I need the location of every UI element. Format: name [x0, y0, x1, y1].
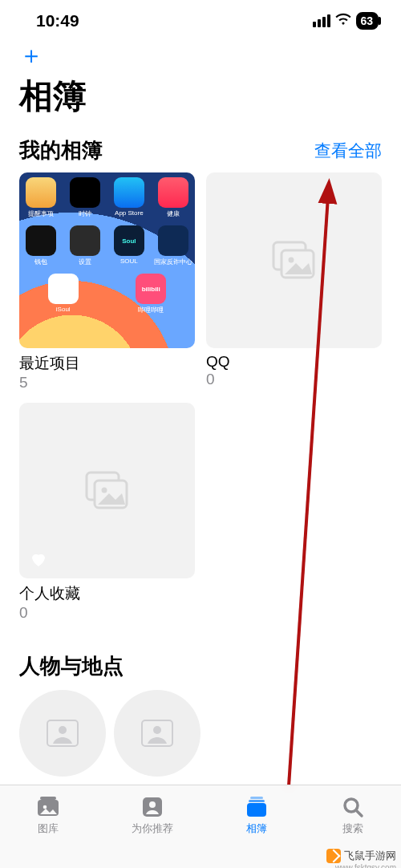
- cellular-icon: [313, 14, 330, 27]
- album-count: 0: [19, 604, 195, 622]
- album-thumb-empty: [19, 403, 195, 578]
- empty-photos-icon: [272, 241, 317, 281]
- watermark: 飞鼠手游网 www.fsktgsy.com: [326, 849, 396, 863]
- wifi-icon: [335, 13, 351, 29]
- for-you-icon: [140, 795, 165, 819]
- svg-point-7: [59, 726, 67, 734]
- tab-library[interactable]: 图库: [35, 795, 61, 836]
- header: ＋ 相簿: [0, 39, 401, 125]
- svg-line-20: [356, 810, 362, 816]
- album-item-qq[interactable]: QQ 0: [206, 172, 382, 391]
- svg-point-2: [288, 257, 294, 262]
- library-icon: [35, 795, 61, 819]
- svg-rect-12: [40, 797, 56, 800]
- heart-icon: [29, 550, 48, 569]
- tab-label: 搜索: [342, 821, 363, 836]
- album-count: 0: [206, 371, 382, 388]
- svg-point-9: [153, 726, 161, 734]
- people-circle[interactable]: [19, 690, 106, 777]
- tab-search[interactable]: 搜索: [340, 795, 366, 836]
- section-title-my-albums: 我的相簿: [19, 136, 103, 164]
- tab-label: 相簿: [246, 821, 267, 836]
- svg-point-13: [43, 805, 47, 809]
- svg-point-15: [149, 801, 156, 808]
- battery-icon: 63: [356, 12, 379, 30]
- tab-label: 为你推荐: [132, 821, 173, 836]
- album-label: 最近项目: [19, 353, 195, 374]
- album-item-favorites[interactable]: 个人收藏 0: [19, 403, 195, 622]
- see-all-link[interactable]: 查看全部: [314, 140, 382, 162]
- people-row: [0, 690, 401, 777]
- my-albums-section: 我的相簿 查看全部 提醒事项 时钟 App Store 健康 钱包 设置 Sou…: [0, 125, 401, 622]
- svg-point-5: [101, 487, 107, 493]
- status-indicators: 63: [313, 12, 379, 30]
- status-time: 10:49: [36, 11, 79, 30]
- status-bar: 10:49 63: [0, 0, 401, 39]
- albums-icon: [244, 795, 269, 819]
- section-title-people-places: 人物与地点: [19, 652, 124, 680]
- person-placeholder-icon: [141, 720, 173, 747]
- person-placeholder-icon: [47, 720, 79, 747]
- album-thumb-empty: [206, 172, 382, 348]
- people-places-section: 人物与地点: [0, 641, 401, 680]
- album-item-recent[interactable]: 提醒事项 时钟 App Store 健康 钱包 设置 SoulSOUL 国家反诈…: [19, 172, 195, 391]
- watermark-logo-icon: [326, 849, 341, 863]
- add-button[interactable]: ＋: [19, 43, 382, 67]
- page-title: 相簿: [19, 74, 382, 119]
- people-circle[interactable]: [114, 690, 200, 777]
- watermark-url: www.fsktgsy.com: [335, 863, 396, 868]
- tab-albums[interactable]: 相簿: [244, 795, 269, 836]
- album-count: 5: [19, 374, 195, 391]
- watermark-text: 飞鼠手游网: [344, 849, 396, 863]
- svg-rect-18: [250, 797, 263, 799]
- svg-rect-17: [249, 800, 265, 802]
- empty-photos-icon: [85, 471, 130, 511]
- album-thumb-recent: 提醒事项 时钟 App Store 健康 钱包 设置 SoulSOUL 国家反诈…: [19, 172, 195, 348]
- search-icon: [340, 795, 366, 819]
- album-label: 个人收藏: [19, 583, 195, 604]
- album-label: QQ: [206, 353, 382, 371]
- tab-label: 图库: [38, 821, 59, 836]
- svg-rect-16: [247, 803, 266, 817]
- tab-for-you[interactable]: 为你推荐: [132, 795, 173, 836]
